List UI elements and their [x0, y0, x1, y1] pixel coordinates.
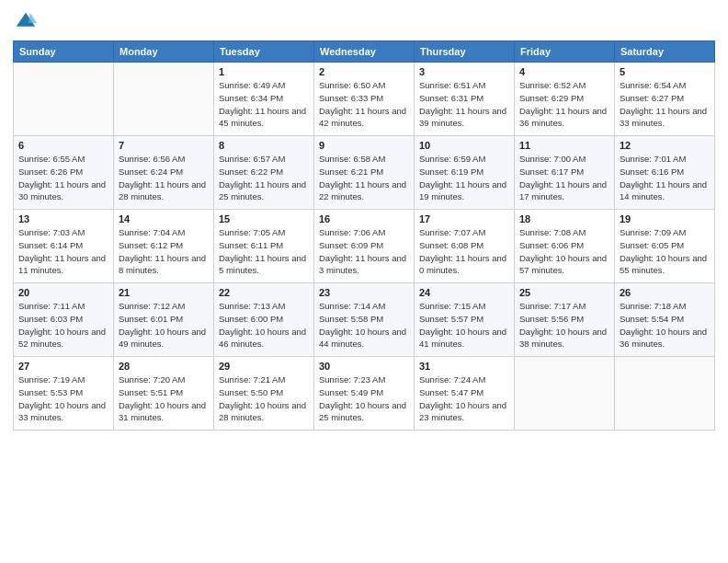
calendar-cell: 26Sunrise: 7:18 AM Sunset: 5:54 PM Dayli…: [615, 283, 715, 357]
logo-icon: [13, 9, 39, 35]
calendar-cell: 7Sunrise: 6:56 AM Sunset: 6:24 PM Daylig…: [114, 136, 214, 210]
calendar-cell: 22Sunrise: 7:13 AM Sunset: 6:00 PM Dayli…: [214, 283, 314, 357]
day-info: Sunrise: 7:13 AM Sunset: 6:00 PM Dayligh…: [219, 300, 309, 350]
calendar-cell: [515, 357, 615, 431]
calendar-cell: [14, 63, 114, 136]
day-number: 15: [219, 213, 309, 224]
calendar-cell: 12Sunrise: 7:01 AM Sunset: 6:16 PM Dayli…: [615, 136, 715, 210]
day-number: 27: [18, 361, 108, 372]
calendar-cell: 13Sunrise: 7:03 AM Sunset: 6:14 PM Dayli…: [14, 210, 114, 283]
calendar-cell: 31Sunrise: 7:24 AM Sunset: 5:47 PM Dayli…: [415, 357, 515, 431]
day-info: Sunrise: 7:24 AM Sunset: 5:47 PM Dayligh…: [419, 373, 509, 424]
header: [13, 9, 715, 35]
day-info: Sunrise: 6:49 AM Sunset: 6:34 PM Dayligh…: [219, 79, 309, 130]
weekday-header-thursday: Thursday: [415, 41, 515, 63]
day-info: Sunrise: 7:12 AM Sunset: 6:01 PM Dayligh…: [119, 300, 209, 350]
calendar-cell: 11Sunrise: 7:00 AM Sunset: 6:17 PM Dayli…: [515, 136, 615, 210]
day-info: Sunrise: 7:20 AM Sunset: 5:51 PM Dayligh…: [119, 373, 209, 424]
weekday-row: SundayMondayTuesdayWednesdayThursdayFrid…: [14, 41, 715, 63]
day-info: Sunrise: 7:21 AM Sunset: 5:50 PM Dayligh…: [219, 373, 309, 424]
day-info: Sunrise: 7:17 AM Sunset: 5:56 PM Dayligh…: [519, 300, 609, 350]
calendar-cell: 15Sunrise: 7:05 AM Sunset: 6:11 PM Dayli…: [214, 210, 314, 283]
calendar-cell: 14Sunrise: 7:04 AM Sunset: 6:12 PM Dayli…: [114, 210, 214, 283]
day-info: Sunrise: 7:15 AM Sunset: 5:57 PM Dayligh…: [419, 300, 509, 350]
day-info: Sunrise: 6:52 AM Sunset: 6:29 PM Dayligh…: [519, 79, 609, 130]
day-info: Sunrise: 6:50 AM Sunset: 6:33 PM Dayligh…: [319, 79, 409, 130]
day-number: 1: [219, 66, 309, 77]
day-number: 11: [519, 140, 609, 151]
calendar-cell: [615, 357, 715, 431]
day-info: Sunrise: 6:55 AM Sunset: 6:26 PM Dayligh…: [18, 153, 108, 203]
calendar-cell: 23Sunrise: 7:14 AM Sunset: 5:58 PM Dayli…: [314, 283, 415, 357]
day-info: Sunrise: 6:58 AM Sunset: 6:21 PM Dayligh…: [319, 153, 409, 203]
day-number: 28: [119, 361, 209, 372]
calendar-cell: 9Sunrise: 6:58 AM Sunset: 6:21 PM Daylig…: [314, 136, 415, 210]
week-row-4: 20Sunrise: 7:11 AM Sunset: 6:03 PM Dayli…: [14, 283, 715, 357]
day-number: 19: [620, 213, 710, 224]
day-info: Sunrise: 6:56 AM Sunset: 6:24 PM Dayligh…: [119, 153, 209, 203]
weekday-header-tuesday: Tuesday: [214, 41, 314, 63]
calendar-cell: 21Sunrise: 7:12 AM Sunset: 6:01 PM Dayli…: [114, 283, 214, 357]
day-info: Sunrise: 7:14 AM Sunset: 5:58 PM Dayligh…: [319, 300, 409, 350]
calendar-cell: 6Sunrise: 6:55 AM Sunset: 6:26 PM Daylig…: [14, 136, 114, 210]
day-number: 14: [119, 213, 209, 224]
week-row-5: 27Sunrise: 7:19 AM Sunset: 5:53 PM Dayli…: [14, 357, 715, 431]
calendar-cell: 28Sunrise: 7:20 AM Sunset: 5:51 PM Dayli…: [114, 357, 214, 431]
day-info: Sunrise: 6:59 AM Sunset: 6:19 PM Dayligh…: [419, 153, 509, 203]
day-number: 5: [620, 66, 710, 77]
day-number: 22: [219, 287, 309, 298]
calendar-cell: 1Sunrise: 6:49 AM Sunset: 6:34 PM Daylig…: [214, 63, 314, 136]
calendar: SundayMondayTuesdayWednesdayThursdayFrid…: [13, 40, 715, 431]
calendar-cell: 2Sunrise: 6:50 AM Sunset: 6:33 PM Daylig…: [314, 63, 415, 136]
day-info: Sunrise: 7:04 AM Sunset: 6:12 PM Dayligh…: [119, 226, 209, 277]
calendar-cell: 3Sunrise: 6:51 AM Sunset: 6:31 PM Daylig…: [415, 63, 515, 136]
day-info: Sunrise: 7:06 AM Sunset: 6:09 PM Dayligh…: [319, 226, 409, 277]
day-info: Sunrise: 7:09 AM Sunset: 6:05 PM Dayligh…: [620, 226, 710, 277]
day-number: 4: [519, 66, 609, 77]
calendar-cell: 30Sunrise: 7:23 AM Sunset: 5:49 PM Dayli…: [314, 357, 415, 431]
day-number: 7: [119, 140, 209, 151]
calendar-cell: 5Sunrise: 6:54 AM Sunset: 6:27 PM Daylig…: [615, 63, 715, 136]
day-number: 20: [18, 287, 108, 298]
week-row-2: 6Sunrise: 6:55 AM Sunset: 6:26 PM Daylig…: [14, 136, 715, 210]
day-info: Sunrise: 7:08 AM Sunset: 6:06 PM Dayligh…: [519, 226, 609, 277]
weekday-header-friday: Friday: [515, 41, 615, 63]
day-info: Sunrise: 7:19 AM Sunset: 5:53 PM Dayligh…: [18, 373, 108, 424]
day-number: 8: [219, 140, 309, 151]
calendar-cell: [114, 63, 214, 136]
day-number: 16: [319, 213, 409, 224]
calendar-cell: 4Sunrise: 6:52 AM Sunset: 6:29 PM Daylig…: [515, 63, 615, 136]
weekday-header-saturday: Saturday: [615, 41, 715, 63]
calendar-cell: 24Sunrise: 7:15 AM Sunset: 5:57 PM Dayli…: [415, 283, 515, 357]
day-number: 10: [419, 140, 509, 151]
calendar-cell: 27Sunrise: 7:19 AM Sunset: 5:53 PM Dayli…: [14, 357, 114, 431]
day-info: Sunrise: 6:51 AM Sunset: 6:31 PM Dayligh…: [419, 79, 509, 130]
day-number: 24: [419, 287, 509, 298]
day-number: 18: [519, 213, 609, 224]
day-number: 31: [419, 361, 509, 372]
day-info: Sunrise: 7:18 AM Sunset: 5:54 PM Dayligh…: [620, 300, 710, 350]
day-info: Sunrise: 6:54 AM Sunset: 6:27 PM Dayligh…: [620, 79, 710, 130]
page: SundayMondayTuesdayWednesdayThursdayFrid…: [0, 0, 728, 563]
weekday-header-wednesday: Wednesday: [314, 41, 415, 63]
day-info: Sunrise: 6:57 AM Sunset: 6:22 PM Dayligh…: [219, 153, 309, 203]
day-info: Sunrise: 7:00 AM Sunset: 6:17 PM Dayligh…: [519, 153, 609, 203]
logo: [13, 9, 42, 35]
day-number: 3: [419, 66, 509, 77]
day-number: 13: [18, 213, 108, 224]
day-info: Sunrise: 7:23 AM Sunset: 5:49 PM Dayligh…: [319, 373, 409, 424]
day-number: 6: [18, 140, 108, 151]
week-row-1: 1Sunrise: 6:49 AM Sunset: 6:34 PM Daylig…: [14, 63, 715, 136]
day-number: 2: [319, 66, 409, 77]
calendar-cell: 16Sunrise: 7:06 AM Sunset: 6:09 PM Dayli…: [314, 210, 415, 283]
calendar-cell: 29Sunrise: 7:21 AM Sunset: 5:50 PM Dayli…: [214, 357, 314, 431]
calendar-cell: 25Sunrise: 7:17 AM Sunset: 5:56 PM Dayli…: [515, 283, 615, 357]
day-info: Sunrise: 7:07 AM Sunset: 6:08 PM Dayligh…: [419, 226, 509, 277]
calendar-cell: 18Sunrise: 7:08 AM Sunset: 6:06 PM Dayli…: [515, 210, 615, 283]
calendar-cell: 8Sunrise: 6:57 AM Sunset: 6:22 PM Daylig…: [214, 136, 314, 210]
day-number: 9: [319, 140, 409, 151]
day-number: 30: [319, 361, 409, 372]
day-number: 23: [319, 287, 409, 298]
calendar-cell: 19Sunrise: 7:09 AM Sunset: 6:05 PM Dayli…: [615, 210, 715, 283]
svg-marker-1: [28, 13, 37, 23]
